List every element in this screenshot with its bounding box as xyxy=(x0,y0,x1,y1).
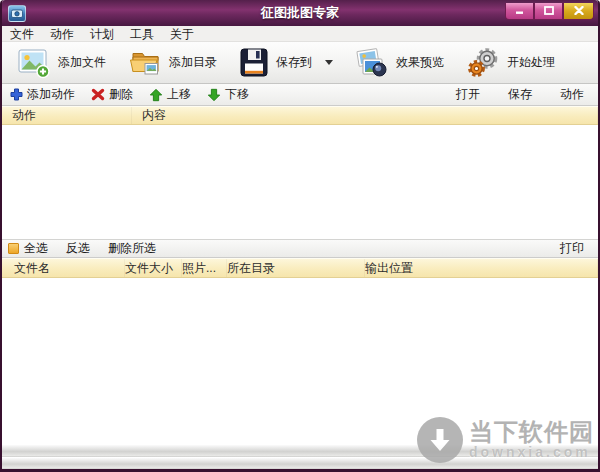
minimize-button[interactable] xyxy=(505,3,534,20)
plus-icon xyxy=(10,88,23,101)
window-controls xyxy=(505,3,594,20)
add-image-icon xyxy=(17,47,51,79)
action-toolbar: 添加动作 删除 上移 下移 打开 保存 动作 xyxy=(2,84,598,106)
app-icon[interactable] xyxy=(8,5,26,22)
filesize-col-header[interactable]: 文件大小 xyxy=(125,259,182,277)
action-col-header[interactable]: 动作 xyxy=(2,107,132,124)
move-up-label: 上移 xyxy=(167,86,191,103)
menu-about[interactable]: 关于 xyxy=(170,26,194,42)
photo-col-header[interactable]: 照片... xyxy=(182,259,227,277)
maximize-icon xyxy=(544,6,554,15)
move-down-button[interactable]: 下移 xyxy=(207,86,249,103)
status-bar xyxy=(2,444,598,469)
main-toolbar: 添加文件 添加目录 保存到 xyxy=(2,42,598,84)
menu-tools[interactable]: 工具 xyxy=(130,26,154,42)
menu-bar: 文件 动作 计划 工具 关于 xyxy=(2,26,598,42)
preview-icon xyxy=(355,47,389,79)
maximize-button[interactable] xyxy=(534,3,563,20)
output-col-header[interactable]: 输出位置 xyxy=(365,259,598,277)
invert-selection-label: 反选 xyxy=(66,240,90,257)
status-strip-bottom xyxy=(2,457,598,470)
add-folder-icon xyxy=(128,47,162,79)
actions-menu-button[interactable]: 动作 xyxy=(560,86,584,103)
file-list xyxy=(2,278,598,444)
action-list xyxy=(2,125,598,239)
title-bar[interactable]: 征图批图专家 xyxy=(2,0,598,26)
menu-plan[interactable]: 计划 xyxy=(90,26,114,42)
save-icon xyxy=(239,47,269,78)
preview-button[interactable]: 效果预览 xyxy=(344,44,455,82)
add-folder-button[interactable]: 添加目录 xyxy=(117,44,228,82)
select-all-label: 全选 xyxy=(24,240,48,257)
add-files-label: 添加文件 xyxy=(58,54,106,71)
invert-selection-button[interactable]: 反选 xyxy=(66,240,90,257)
menu-action[interactable]: 动作 xyxy=(50,26,74,42)
save-to-button[interactable]: 保存到 xyxy=(228,44,344,82)
add-files-button[interactable]: 添加文件 xyxy=(6,44,117,82)
delete-selected-label: 删除所选 xyxy=(108,240,156,257)
close-icon xyxy=(574,6,584,15)
filename-col-header[interactable]: 文件名 xyxy=(2,259,125,277)
select-all-button[interactable]: 全选 xyxy=(8,240,48,257)
status-strip-top xyxy=(2,444,598,457)
save-to-dropdown-icon[interactable] xyxy=(325,60,333,65)
action-bar-right: 打开 保存 动作 xyxy=(456,86,584,103)
menu-file[interactable]: 文件 xyxy=(10,26,34,42)
preview-label: 效果预览 xyxy=(396,54,444,71)
delete-x-icon xyxy=(91,88,105,101)
file-toolbar: 全选 反选 删除所选 打印 xyxy=(2,239,598,258)
content-col-header[interactable]: 内容 xyxy=(132,107,598,124)
add-action-button[interactable]: 添加动作 xyxy=(10,86,75,103)
delete-action-label: 删除 xyxy=(109,86,133,103)
gears-icon xyxy=(466,47,500,79)
arrow-down-icon xyxy=(207,88,221,102)
arrow-up-icon xyxy=(149,88,163,102)
app-window: 征图批图专家 文件 动作 计划 工具 关于 xyxy=(0,0,600,472)
directory-col-header[interactable]: 所在目录 xyxy=(227,259,365,277)
close-button[interactable] xyxy=(563,3,594,20)
action-table-header: 动作 内容 xyxy=(2,106,598,125)
file-table-header: 文件名 文件大小 照片... 所在目录 输出位置 xyxy=(2,258,598,278)
save-actions-button[interactable]: 保存 xyxy=(508,86,532,103)
move-up-button[interactable]: 上移 xyxy=(149,86,191,103)
minimize-icon xyxy=(515,6,524,15)
open-actions-button[interactable]: 打开 xyxy=(456,86,480,103)
start-process-label: 开始处理 xyxy=(507,54,555,71)
move-down-label: 下移 xyxy=(225,86,249,103)
add-action-label: 添加动作 xyxy=(27,86,75,103)
start-process-button[interactable]: 开始处理 xyxy=(455,44,566,82)
select-all-checkbox-icon[interactable] xyxy=(8,243,19,254)
delete-action-button[interactable]: 删除 xyxy=(91,86,133,103)
save-to-label: 保存到 xyxy=(276,54,312,71)
delete-selected-button[interactable]: 删除所选 xyxy=(108,240,156,257)
add-folder-label: 添加目录 xyxy=(169,54,217,71)
camera-glyph-icon xyxy=(11,8,23,18)
print-button[interactable]: 打印 xyxy=(560,240,584,257)
